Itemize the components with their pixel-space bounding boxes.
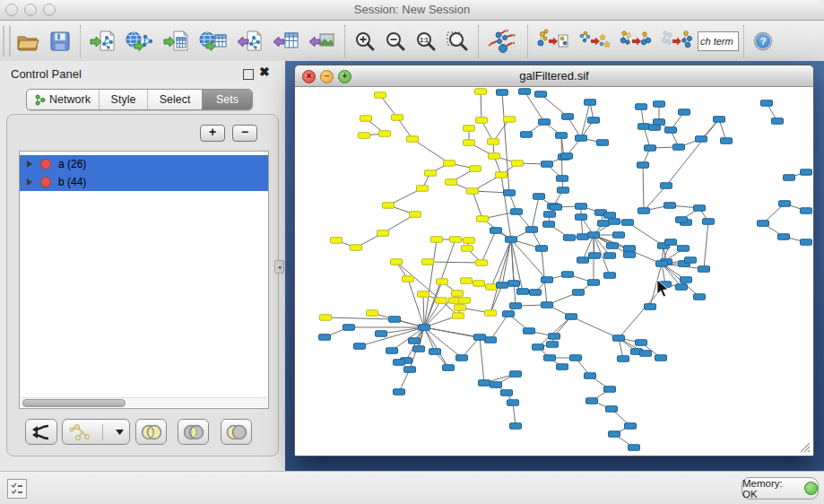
graph-node[interactable] <box>714 117 725 123</box>
graph-node[interactable] <box>629 445 640 451</box>
graph-node[interactable] <box>539 119 551 126</box>
graph-node[interactable] <box>607 243 619 249</box>
graph-node[interactable] <box>703 219 715 225</box>
graph-node[interactable] <box>443 365 455 371</box>
graph-node[interactable] <box>778 234 790 240</box>
graph-node[interactable] <box>383 203 395 209</box>
graph-node[interactable] <box>654 119 665 126</box>
graph-node[interactable] <box>604 273 616 279</box>
graph-edge[interactable] <box>424 327 480 337</box>
graph-node[interactable] <box>557 364 568 370</box>
graph-node[interactable] <box>429 349 441 355</box>
graph-node[interactable] <box>801 239 812 246</box>
graph-edge[interactable] <box>424 239 437 327</box>
horizontal-scrollbar[interactable] <box>21 397 267 407</box>
graph-node[interactable] <box>566 314 577 320</box>
diff-networks-file-button[interactable] <box>533 23 574 59</box>
export-network-button[interactable] <box>232 23 268 59</box>
graph-node[interactable] <box>678 246 690 252</box>
graph-node[interactable] <box>622 220 634 226</box>
graph-node[interactable] <box>464 238 475 244</box>
graph-edge[interactable] <box>704 222 708 269</box>
tab-sets[interactable]: Sets <box>202 90 252 109</box>
graph-node[interactable] <box>542 277 553 283</box>
graph-node[interactable] <box>474 335 486 341</box>
graph-node[interactable] <box>585 373 596 379</box>
graph-node[interactable] <box>444 161 455 167</box>
graph-node[interactable] <box>544 355 556 361</box>
graph-node[interactable] <box>351 245 362 251</box>
export-image-button[interactable] <box>304 23 340 59</box>
graph-node[interactable] <box>376 331 387 337</box>
memory-status-button[interactable]: Memory: OK <box>742 477 819 500</box>
graph-node[interactable] <box>542 161 553 168</box>
graph-node[interactable] <box>801 208 812 214</box>
graph-node[interactable] <box>655 355 667 361</box>
graph-node[interactable] <box>507 400 519 406</box>
graph-node[interactable] <box>558 187 569 194</box>
graph-node[interactable] <box>547 342 559 348</box>
graph-node[interactable] <box>654 101 665 108</box>
list-item-set-a[interactable]: a (26) <box>20 155 268 173</box>
graph-edge[interactable] <box>408 279 424 327</box>
graph-node[interactable] <box>410 212 421 218</box>
zoom-out-button[interactable] <box>380 23 411 59</box>
graph-node[interactable] <box>521 132 533 138</box>
graph-node[interactable] <box>464 140 475 146</box>
graph-node[interactable] <box>485 337 497 343</box>
graph-node[interactable] <box>696 136 707 143</box>
graph-node[interactable] <box>561 153 573 160</box>
graph-node[interactable] <box>679 109 690 116</box>
graph-node[interactable] <box>455 305 466 311</box>
graph-node[interactable] <box>638 124 650 130</box>
graph-edge[interactable] <box>491 239 511 287</box>
list-item-set-b[interactable]: b (44) <box>20 173 268 191</box>
graph-node[interactable] <box>413 346 425 352</box>
graph-node[interactable] <box>625 423 637 430</box>
graph-node[interactable] <box>359 133 370 139</box>
graph-node[interactable] <box>511 209 523 215</box>
main-titlebar[interactable]: Session: New Session <box>0 0 824 21</box>
graph-node[interactable] <box>475 89 487 95</box>
graph-node[interactable] <box>624 252 636 258</box>
graph-node[interactable] <box>418 291 429 298</box>
graph-node[interactable] <box>535 91 547 98</box>
graph-node[interactable] <box>508 281 520 287</box>
graph-node[interactable] <box>588 280 600 286</box>
graph-node[interactable] <box>497 90 508 96</box>
graph-node[interactable] <box>403 276 414 282</box>
graph-node[interactable] <box>404 367 416 373</box>
graph-node[interactable] <box>556 133 568 139</box>
graph-node[interactable] <box>597 140 609 146</box>
import-network-file-button[interactable] <box>85 23 121 59</box>
graph-node[interactable] <box>665 127 677 134</box>
graph-node[interactable] <box>470 166 481 172</box>
graph-node[interactable] <box>503 311 515 317</box>
save-session-button[interactable] <box>45 23 75 59</box>
graph-node[interactable] <box>604 387 616 393</box>
graph-node[interactable] <box>331 238 343 244</box>
graph-edge[interactable] <box>424 327 435 352</box>
graph-edge[interactable] <box>513 403 516 426</box>
graph-node[interactable] <box>386 348 398 354</box>
zoom-actual-size-button[interactable]: 1:1 <box>411 23 441 59</box>
graph-node[interactable] <box>636 340 647 346</box>
graph-edge[interactable] <box>501 175 511 239</box>
set-union-button[interactable] <box>135 419 167 445</box>
graph-node[interactable] <box>526 227 538 233</box>
diff-networks-stars-button[interactable] <box>574 23 615 59</box>
zoom-selected-button[interactable] <box>441 23 473 59</box>
graph-node[interactable] <box>721 138 733 144</box>
import-table-file-button[interactable] <box>159 23 195 59</box>
graph-node[interactable] <box>530 290 542 296</box>
graph-node[interactable] <box>656 261 668 267</box>
graph-node[interactable] <box>801 169 812 176</box>
graph-node[interactable] <box>392 115 403 121</box>
network-graph[interactable] <box>296 87 812 455</box>
graph-node[interactable] <box>394 389 405 395</box>
panel-collapse-handle[interactable]: ◂ <box>274 260 284 274</box>
graph-node[interactable] <box>588 117 600 124</box>
graph-edge[interactable] <box>381 327 424 334</box>
graph-node[interactable] <box>377 230 389 237</box>
graph-edge[interactable] <box>481 91 481 120</box>
